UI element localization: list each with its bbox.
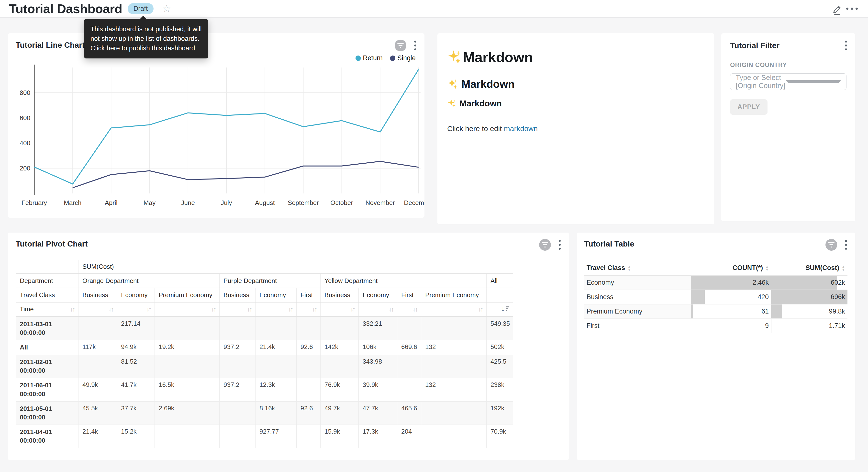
pivot-sort-cell: ↓: [487, 302, 513, 317]
pivot-cell: [220, 424, 255, 448]
travel-class-cell: First: [584, 319, 691, 333]
sort-icon[interactable]: ↓↑: [211, 305, 215, 313]
svg-text:September: September: [288, 199, 319, 206]
pivot-cell: 425.5: [487, 355, 513, 378]
pivot-cell: [255, 355, 297, 378]
pivot-row: All117k94.9k19.2k937.221.4k92.6142k106k6…: [16, 340, 513, 355]
sorter-icon[interactable]: ▲▼: [842, 265, 845, 271]
legend-item[interactable]: Single: [390, 54, 416, 62]
count-cell: 420: [691, 290, 771, 304]
filter-indicator-icon[interactable]: [395, 40, 406, 51]
svg-text:March: March: [64, 199, 82, 206]
pivot-cell: 8.16k: [255, 401, 297, 424]
sort-icon[interactable]: ↓↑: [389, 305, 393, 313]
sort-icon[interactable]: ↓↑: [146, 305, 151, 313]
pivot-class-header: Premium Economy: [421, 288, 487, 302]
pivot-class-header: Business: [79, 288, 117, 302]
pivot-cell: 47.7k: [359, 401, 397, 424]
sorter-icon[interactable]: ▲▼: [765, 265, 769, 271]
pivot-corner-cell: [16, 260, 79, 274]
table-row: Premium Economy6199.8k: [584, 304, 847, 319]
svg-text:400: 400: [20, 139, 30, 147]
pivot-cell: [220, 355, 255, 378]
pivot-cell: 142k: [320, 340, 359, 355]
pivot-cell: 2.69k: [155, 401, 220, 424]
pivot-class-header: [487, 288, 513, 302]
pivot-cell: 21.4k: [255, 340, 297, 355]
count-cell: 61: [691, 304, 771, 319]
table-column-header[interactable]: Travel Class▲▼: [584, 261, 691, 275]
legend-item[interactable]: Return: [355, 54, 383, 62]
chart-menu-icon[interactable]: [558, 239, 562, 251]
caret-down-icon: [786, 80, 841, 83]
pivot-sort-cell: ↓↑: [255, 302, 297, 317]
pivot-class-header: Business: [320, 288, 359, 302]
sorter-icon[interactable]: ▲▼: [628, 265, 631, 271]
favorite-star-icon[interactable]: ☆: [162, 4, 171, 14]
column-label: Travel Class: [587, 264, 625, 271]
panel-tutorial-filter: Tutorial Filter ORIGIN COUNTRY Type or S…: [721, 33, 855, 221]
column-label: COUNT(*): [733, 264, 763, 271]
sort-icon[interactable]: ↓↑: [108, 305, 113, 313]
pivot-cell: 17.3k: [359, 424, 397, 448]
count-cell: 2.46k: [691, 275, 771, 290]
pivot-cell: 106k: [359, 340, 397, 355]
sort-icon[interactable]: ↓↑: [70, 305, 74, 313]
edit-markdown-link[interactable]: markdown: [504, 124, 538, 132]
origin-country-select[interactable]: Type or Select [Origin Country]: [730, 73, 846, 90]
select-placeholder: Type or Select [Origin Country]: [736, 73, 786, 90]
sparkle-icon: [447, 50, 463, 65]
legend-label: Return: [363, 54, 383, 62]
chart-menu-icon[interactable]: [844, 239, 848, 251]
pivot-table-grid: SUM(Cost)DepartmentOrange DepartmentPurp…: [16, 260, 513, 448]
panel-tutorial-pivot-chart: Tutorial Pivot Chart SUM(Cost)Department…: [8, 233, 569, 460]
pivot-cell: [397, 317, 421, 340]
travel-class-cell: Economy: [584, 275, 691, 290]
apply-button[interactable]: APPLY: [730, 99, 768, 115]
data-table: Travel Class▲▼COUNT(*)▲▼SUM(Cost)▲▼Econo…: [584, 261, 848, 333]
draft-tooltip: This dashboard is not published, it will…: [84, 19, 208, 58]
svg-text:August: August: [255, 199, 275, 206]
column-label: SUM(Cost): [805, 264, 839, 271]
sort-icon[interactable]: ↓↑: [288, 305, 292, 313]
pivot-class-header: Economy: [255, 288, 297, 302]
pivot-class-header: First: [397, 288, 421, 302]
table-column-header[interactable]: COUNT(*)▲▼: [691, 261, 771, 275]
legend-label: Single: [397, 54, 416, 62]
pivot-cell: 15.2k: [117, 424, 155, 448]
svg-text:December: December: [404, 199, 425, 206]
sort-icon[interactable]: ↓↑: [312, 305, 316, 313]
line-chart[interactable]: 200400600800FebruaryMarchAprilMayJuneJul…: [8, 60, 425, 217]
sort-icon[interactable]: ↓↑: [350, 305, 354, 313]
filter-menu-icon[interactable]: [844, 40, 848, 51]
pivot-cell: 49.7k: [320, 401, 359, 424]
pivot-cell: [297, 355, 320, 378]
pivot-sort-cell: ↓↑: [79, 302, 117, 317]
table-column-header[interactable]: SUM(Cost)▲▼: [771, 261, 847, 275]
pivot-cell: 92.6: [297, 401, 320, 424]
sort-descending-icon[interactable]: ↓: [501, 305, 509, 312]
pivot-cell: [297, 378, 320, 401]
filter-indicator-icon[interactable]: [539, 239, 551, 251]
sum-cost-cell: 602k: [771, 275, 847, 290]
legend-dot-icon: [355, 56, 361, 61]
sparkle-icon: [447, 78, 459, 90]
sort-icon[interactable]: ↓↑: [478, 305, 483, 313]
draft-status-badge[interactable]: Draft: [128, 3, 154, 14]
pivot-cell: [397, 378, 421, 401]
chart-menu-icon[interactable]: [413, 40, 417, 51]
svg-text:600: 600: [20, 114, 30, 122]
filter-indicator-icon[interactable]: [826, 239, 837, 251]
pivot-row-label: 2011-05-01 00:00:00: [16, 401, 79, 424]
pivot-cell: [255, 317, 297, 340]
pivot-cell: 49.9k: [79, 378, 117, 401]
pivot-group-header: All: [487, 274, 513, 288]
edit-dashboard-button[interactable]: [830, 1, 844, 16]
sort-icon[interactable]: ↓↑: [247, 305, 251, 313]
more-actions-button[interactable]: [844, 1, 859, 16]
pivot-cell: 37.7k: [117, 401, 155, 424]
pivot-sort-cell: ↓↑: [220, 302, 255, 317]
sort-icon[interactable]: ↓↑: [413, 305, 417, 313]
pivot-sort-cell: ↓↑: [320, 302, 359, 317]
travel-class-cell: Premium Economy: [584, 304, 691, 319]
